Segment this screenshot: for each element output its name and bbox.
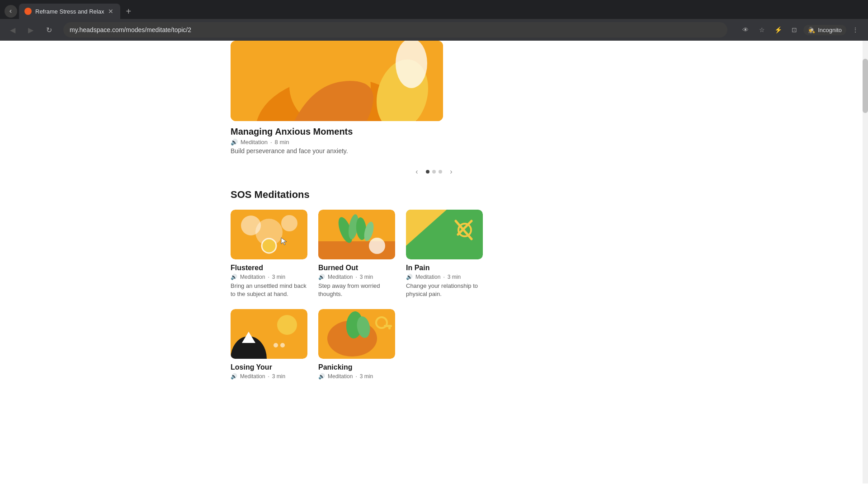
sos-section-title: SOS Meditations <box>231 189 637 201</box>
hero-title: Managing Anxious Moments <box>231 127 637 137</box>
carousel-dot-3[interactable] <box>439 170 442 174</box>
card-flustered-duration: 3 min <box>272 274 285 280</box>
active-tab[interactable]: Reframe Stress and Relax ✕ <box>19 4 120 19</box>
address-bar[interactable]: my.headspace.com/modes/meditate/topic/2 <box>63 22 727 38</box>
tab-favicon <box>24 8 32 15</box>
tab-bar: Reframe Stress and Relax ✕ + <box>0 0 868 19</box>
card-losing-your-speaker: 🔊 <box>231 373 237 380</box>
tab-bar-left <box>0 5 19 18</box>
card-panicking-meta: 🔊 Meditation · 3 min <box>318 373 395 380</box>
card-burned-out-speaker: 🔊 <box>318 274 325 280</box>
card-panicking[interactable]: Panicking 🔊 Meditation · 3 min <box>318 309 395 381</box>
card-burned-out-title: Burned Out <box>318 264 395 272</box>
card-losing-your-image <box>231 309 307 359</box>
card-panicking-image <box>318 309 395 359</box>
browser-action-icons: 👁 ☆ ⚡ ⊡ 🕵 Incognito ⋮ <box>738 23 863 37</box>
carousel-dot-2[interactable] <box>432 170 436 174</box>
card-flustered-image <box>231 210 307 259</box>
more-menu-button[interactable]: ⋮ <box>848 23 863 37</box>
card-losing-your[interactable]: Losing Your 🔊 Meditation · 3 min <box>231 309 307 381</box>
carousel-dot-1[interactable] <box>426 170 429 174</box>
svg-point-8 <box>281 215 297 231</box>
card-panicking-separator: · <box>355 373 357 380</box>
incognito-label: Incognito <box>818 27 842 33</box>
card-flustered-description: Bring an unsettled mind back to the subj… <box>231 282 307 298</box>
card-panicking-type: Meditation <box>328 373 353 380</box>
url-text: my.headspace.com/modes/meditate/topic/2 <box>70 26 721 33</box>
bookmark-icon[interactable]: ☆ <box>755 23 769 37</box>
incognito-icon: 🕵 <box>808 27 815 33</box>
burned-out-svg <box>318 210 395 259</box>
card-panicking-title: Panicking <box>318 363 395 371</box>
sidebar-icon[interactable]: ⊡ <box>787 23 802 37</box>
card-in-pain-title: In Pain <box>406 264 483 272</box>
svg-point-25 <box>274 343 278 347</box>
card-burned-out-duration: 3 min <box>360 274 373 280</box>
hero-description: Build perseverance and face your anxiety… <box>231 147 637 155</box>
svg-point-24 <box>277 315 297 335</box>
card-burned-out-type: Meditation <box>328 274 353 280</box>
scrollbar-thumb[interactable] <box>863 59 868 113</box>
card-flustered[interactable]: Flustered 🔊 Meditation · 3 min Bring an … <box>231 210 307 298</box>
hero-svg <box>231 41 443 121</box>
card-flustered-speaker: 🔊 <box>231 274 237 280</box>
card-burned-out-separator: · <box>355 274 357 280</box>
card-in-pain-meta: 🔊 Meditation · 3 min <box>406 274 483 280</box>
hero-meta-separator: · <box>270 139 272 145</box>
card-burned-out-description: Step away from worried thoughts. <box>318 282 395 298</box>
card-flustered-meta: 🔊 Meditation · 3 min <box>231 274 307 280</box>
carousel-next-button[interactable]: › <box>445 165 458 178</box>
browser-toolbar: ◀ ▶ ↻ my.headspace.com/modes/meditate/to… <box>0 19 868 41</box>
svg-point-16 <box>369 238 385 254</box>
card-panicking-speaker: 🔊 <box>318 373 325 380</box>
eye-slash-icon[interactable]: 👁 <box>738 23 753 37</box>
extensions-icon[interactable]: ⚡ <box>771 23 785 37</box>
page-content: Managing Anxious Moments 🔊 Meditation · … <box>0 41 868 483</box>
card-losing-your-type: Meditation <box>240 373 265 380</box>
panicking-svg <box>318 309 395 359</box>
card-in-pain-description: Change your relationship to physical pai… <box>406 282 483 298</box>
losing-your-svg <box>231 309 307 359</box>
tab-title: Reframe Stress and Relax <box>35 8 104 15</box>
card-burned-out-image <box>318 210 395 259</box>
hero-card[interactable]: Managing Anxious Moments 🔊 Meditation · … <box>231 41 637 155</box>
hero-meta: 🔊 Meditation · 8 min <box>231 139 637 145</box>
flustered-svg <box>231 210 307 259</box>
card-burned-out[interactable]: Burned Out 🔊 Meditation · 3 min Step awa… <box>318 210 395 298</box>
card-losing-your-duration: 3 min <box>272 373 285 380</box>
hero-illustration <box>231 41 443 121</box>
card-in-pain-image <box>406 210 483 259</box>
carousel-prev-button[interactable]: ‹ <box>410 165 423 178</box>
incognito-badge: 🕵 Incognito <box>803 25 846 35</box>
card-flustered-separator: · <box>268 274 269 280</box>
svg-point-9 <box>262 239 276 253</box>
hero-image <box>231 41 443 121</box>
card-in-pain-speaker: 🔊 <box>406 274 413 280</box>
browser-chrome: Reframe Stress and Relax ✕ + ◀ ▶ ↻ my.he… <box>0 0 868 41</box>
content-wrapper: Managing Anxious Moments 🔊 Meditation · … <box>231 41 637 483</box>
hero-duration: 8 min <box>275 139 289 145</box>
svg-point-26 <box>280 343 285 347</box>
card-burned-out-meta: 🔊 Meditation · 3 min <box>318 274 395 280</box>
card-panicking-duration: 3 min <box>360 373 373 380</box>
tab-close-button[interactable]: ✕ <box>107 7 115 15</box>
card-in-pain-duration: 3 min <box>448 274 461 280</box>
forward-button[interactable]: ▶ <box>24 23 38 37</box>
card-losing-your-meta: 🔊 Meditation · 3 min <box>231 373 307 380</box>
reload-button[interactable]: ↻ <box>42 23 56 37</box>
tab-history-back[interactable] <box>5 5 17 18</box>
card-in-pain-type: Meditation <box>415 274 440 280</box>
hero-type: Meditation <box>241 139 268 145</box>
back-button[interactable]: ◀ <box>5 23 20 37</box>
svg-rect-33 <box>388 325 391 329</box>
in-pain-svg <box>406 210 483 259</box>
carousel-dots: ‹ › <box>231 165 637 178</box>
card-losing-your-title: Losing Your <box>231 363 307 371</box>
card-flustered-type: Meditation <box>240 274 265 280</box>
card-in-pain-separator: · <box>443 274 444 280</box>
new-tab-button[interactable]: + <box>122 5 135 18</box>
sos-cards-grid: Flustered 🔊 Meditation · 3 min Bring an … <box>231 210 637 381</box>
card-flustered-title: Flustered <box>231 264 307 272</box>
card-in-pain[interactable]: In Pain 🔊 Meditation · 3 min Change your… <box>406 210 483 298</box>
forward-icon: ▶ <box>28 26 33 34</box>
